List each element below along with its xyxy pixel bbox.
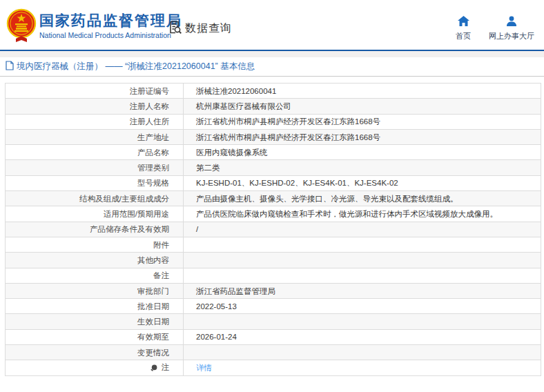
row-label: 生产地址: [137, 133, 169, 141]
row-label: 变更情况: [137, 349, 169, 357]
table-row: 附件: [6, 237, 541, 252]
row-value: 浙江省杭州市桐庐县桐庐经济开发区春江东路1668号: [196, 117, 380, 126]
table-row: 适用范围/预期用途 产品供医院临床做内窥镜检查和手术时，做光源和进行体内手术区域…: [6, 206, 541, 222]
home-icon: [458, 16, 469, 29]
note-icon: [150, 364, 157, 373]
info-table-body: 注册证编号 浙械注准20212060041 注册人名称 杭州康基医疗器械有限公司: [6, 84, 541, 376]
row-label: 附件: [153, 241, 169, 249]
row-value: 医用内窥镜摄像系统: [196, 148, 268, 157]
brand: 国家药品监督管理局 National Medical Products Admi…: [39, 12, 182, 39]
table-row: 注册人名称 杭州康基医疗器械有限公司: [6, 99, 541, 114]
row-value: 2022-05-13: [196, 302, 237, 311]
row-label: 注册人住所: [130, 117, 170, 126]
row-value: 浙江省杭州市桐庐县桐庐经济开发区春江东路1668号: [196, 133, 380, 141]
table-row: 产品名称 医用内窥镜摄像系统: [6, 145, 541, 160]
page: 国家药品监督管理局 National Medical Products Admi…: [0, 0, 544, 392]
table-row: 生效日期: [6, 314, 541, 329]
table-row: 注册人住所 浙江省杭州市桐庐县桐庐经济开发区春江东路1668号: [6, 114, 541, 129]
row-label: 批准日期: [137, 302, 169, 311]
detail-link[interactable]: 详情: [196, 364, 212, 372]
row-value: 2026-01-24: [196, 333, 237, 341]
row-value: 产品由摄像主机、摄像头、光学接口、冷光源、导光束以及配套线缆组成。: [196, 195, 458, 203]
row-value: KJ-ESHD-01、KJ-ESHD-02、KJ-ES4K-01、KJ-ES4K…: [196, 179, 398, 187]
row-value: 浙江省药品监督管理局: [196, 287, 275, 295]
document-icon: [6, 61, 14, 73]
row-value: 浙械注准20212060041: [196, 87, 276, 95]
table-row: 审批部门 浙江省药品监督管理局: [6, 283, 541, 298]
row-label: 适用范围/预期用途: [104, 210, 169, 218]
header-nav: 首页 网上办事大厅: [456, 16, 534, 41]
nav-service-hall-label: 网上办事大厅: [489, 31, 534, 41]
table-row: 批准日期 2022-05-13: [6, 299, 541, 314]
row-value: 产品供医院临床做内窥镜检查和手术时，做光源和进行体内手术区域视频放大成像用。: [196, 210, 498, 218]
header-gap-strip: [0, 51, 544, 57]
registration-info-table: 注册证编号 浙械注准20212060041 注册人名称 杭州康基医疗器械有限公司: [5, 83, 541, 376]
nav-home[interactable]: 首页: [456, 16, 471, 41]
table-row: 变更情况: [6, 345, 541, 360]
national-emblem-logo: [6, 8, 37, 46]
table-row: 备注: [6, 268, 541, 283]
breadcrumb: 境内医疗器械（注册） —— “浙械注准20212060041” 基本信息: [0, 57, 544, 77]
site-header: 国家药品监督管理局 National Medical Products Admi…: [0, 0, 544, 51]
row-label: 备注: [153, 271, 169, 280]
row-label: 注册证编号: [130, 87, 170, 95]
row-label: 产品名称: [137, 148, 169, 157]
table-row: 结构及组成/主要组成成分 产品由摄像主机、摄像头、光学接口、冷光源、导光束以及配…: [6, 191, 541, 206]
table-row: 生产地址 浙江省杭州市桐庐县桐庐经济开发区春江东路1668号: [6, 129, 541, 144]
table-row: 型号规格 KJ-ESHD-01、KJ-ESHD-02、KJ-ES4K-01、KJ…: [6, 175, 541, 190]
row-value: 第二类: [196, 164, 220, 172]
table-row: 注册证编号 浙械注准20212060041: [6, 84, 541, 99]
row-label: 有效期至: [137, 333, 169, 341]
table-row: 产品储存条件及有效期 /: [6, 222, 541, 237]
site-title: 国家药品监督管理局: [39, 12, 182, 30]
row-label: 结构及组成/主要组成成分: [79, 195, 169, 203]
nav-service-hall[interactable]: 网上办事大厅: [489, 16, 534, 41]
row-value: 杭州康基医疗器械有限公司: [196, 102, 291, 110]
user-icon: [506, 16, 517, 29]
row-label: 生效日期: [137, 317, 169, 326]
breadcrumb-text: 境内医疗器械（注册） —— “浙械注准20212060041” 基本信息: [17, 61, 255, 72]
nav-home-label: 首页: [456, 31, 471, 41]
row-label: 审批部门: [137, 287, 169, 295]
table-row: 有效期至 2026-01-24: [6, 329, 541, 344]
row-label: 产品储存条件及有效期: [90, 225, 169, 233]
row-label: 型号规格: [137, 179, 169, 187]
table-row: 注 详情: [6, 360, 541, 375]
row-value: /: [196, 225, 198, 233]
data-query-section[interactable]: 数据查询: [168, 20, 232, 37]
data-query-label: 数据查询: [185, 21, 232, 36]
row-label: 注: [162, 363, 170, 371]
row-label: 其他内容: [137, 256, 169, 264]
data-query-icon: [168, 20, 182, 37]
row-label: 管理类别: [137, 164, 169, 172]
table-row: 其他内容: [6, 253, 541, 268]
table-row: 管理类别 第二类: [6, 160, 541, 175]
site-subtitle: National Medical Products Administration: [39, 31, 182, 39]
row-label: 注册人名称: [130, 102, 170, 110]
